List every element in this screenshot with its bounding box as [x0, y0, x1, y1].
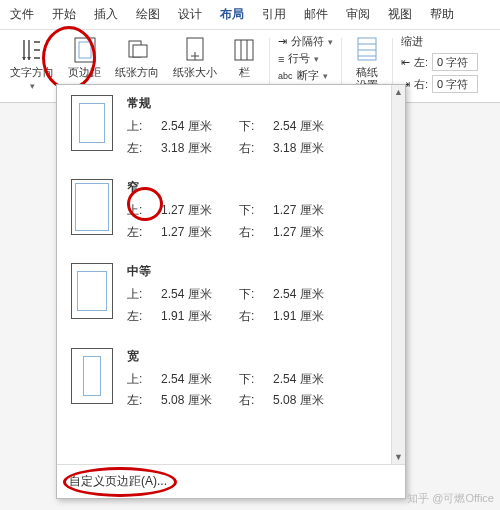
margin-preset-narrow[interactable]: 窄上:1.27 厘米下:1.27 厘米左:1.27 厘米右:1.27 厘米 [57, 169, 405, 253]
line-numbers-button[interactable]: ≡ 行号 ▾ [278, 51, 333, 66]
chevron-down-icon: ▾ [314, 54, 319, 64]
indent-title: 缩进 [401, 34, 478, 49]
menu-item-8[interactable]: 审阅 [342, 4, 374, 25]
preset-thumb-icon [71, 348, 113, 404]
svg-rect-3 [133, 45, 147, 57]
menu-item-6[interactable]: 引用 [258, 4, 290, 25]
indent-right-row[interactable]: ⇥ 右: 0 字符 [401, 75, 478, 93]
preset-thumb-icon [71, 95, 113, 151]
menu-item-10[interactable]: 帮助 [426, 4, 458, 25]
menu-item-3[interactable]: 绘图 [132, 4, 164, 25]
indent-left-prefix: 左: [414, 55, 428, 70]
margins-icon [72, 36, 98, 64]
menu-item-5[interactable]: 布局 [216, 4, 248, 25]
menu-item-7[interactable]: 邮件 [300, 4, 332, 25]
chevron-down-icon: ▾ [30, 81, 35, 91]
separator [269, 38, 270, 90]
manuscript-icon [354, 36, 380, 64]
indent-right-prefix: 右: [414, 77, 428, 92]
size-label: 纸张大小 [173, 66, 217, 79]
size-icon [182, 36, 208, 64]
preset-thumb-icon [71, 263, 113, 319]
menu-item-9[interactable]: 视图 [384, 4, 416, 25]
indent-left-icon: ⇤ [401, 56, 410, 69]
preset-name: 宽 [127, 348, 391, 365]
indent-right-value: 0 字符 [437, 77, 468, 92]
scroll-up-icon[interactable]: ▲ [392, 85, 405, 99]
preset-thumb-icon [71, 179, 113, 235]
indent-left-row[interactable]: ⇤ 左: 0 字符 [401, 53, 478, 71]
chevron-down-icon: ▾ [323, 71, 328, 81]
menu-item-1[interactable]: 开始 [48, 4, 80, 25]
indent-right-input[interactable]: 0 字符 [432, 75, 478, 93]
line-numbers-icon: ≡ [278, 53, 284, 65]
text-direction-label: 文字方向 [10, 66, 54, 79]
margin-preset-normal[interactable]: 常规上:2.54 厘米下:2.54 厘米左:3.18 厘米右:3.18 厘米 [57, 85, 405, 169]
chevron-down-icon: ▾ [328, 37, 333, 47]
separator [341, 38, 342, 90]
indent-left-value: 0 字符 [437, 55, 468, 70]
menu-item-0[interactable]: 文件 [6, 4, 38, 25]
scrollbar[interactable]: ▲ ▼ [391, 85, 405, 464]
line-numbers-label: 行号 [288, 51, 310, 66]
text-direction-button[interactable]: 文字方向 ▾ [6, 34, 58, 94]
hyphenation-icon: abc [278, 71, 293, 81]
custom-margins-label: 自定义页边距(A)... [69, 474, 167, 488]
svg-rect-8 [358, 38, 376, 60]
breaks-button[interactable]: ⇥ 分隔符 ▾ [278, 34, 333, 49]
preset-data: 宽上:2.54 厘米下:2.54 厘米左:5.08 厘米右:5.08 厘米 [127, 348, 391, 412]
margins-dropdown: ▲ ▼ 常规上:2.54 厘米下:2.54 厘米左:3.18 厘米右:3.18 … [56, 84, 406, 499]
svg-rect-5 [235, 40, 253, 60]
indent-group: 缩进 ⇤ 左: 0 字符 ⇥ 右: 0 字符 [401, 34, 478, 94]
watermark: 知乎 @可燃Office [407, 491, 494, 506]
breaks-icon: ⇥ [278, 35, 287, 48]
menu-item-2[interactable]: 插入 [90, 4, 122, 25]
scroll-down-icon[interactable]: ▼ [392, 450, 405, 464]
custom-margins-button[interactable]: 自定义页边距(A)... [57, 464, 405, 498]
columns-icon [231, 36, 257, 64]
preset-name: 中等 [127, 263, 391, 280]
margin-preset-wide[interactable]: 宽上:2.54 厘米下:2.54 厘米左:5.08 厘米右:5.08 厘米 [57, 338, 405, 422]
dropdown-body: ▲ ▼ 常规上:2.54 厘米下:2.54 厘米左:3.18 厘米右:3.18 … [57, 85, 405, 464]
orientation-label: 纸张方向 [115, 66, 159, 79]
menu-item-4[interactable]: 设计 [174, 4, 206, 25]
preset-data: 常规上:2.54 厘米下:2.54 厘米左:3.18 厘米右:3.18 厘米 [127, 95, 391, 159]
menubar: 文件开始插入绘图设计布局引用邮件审阅视图帮助 [0, 0, 500, 30]
preset-name: 常规 [127, 95, 391, 112]
hyphenation-label: 断字 [297, 68, 319, 83]
breaks-label: 分隔符 [291, 34, 324, 49]
separator [392, 38, 393, 90]
preset-name: 窄 [127, 179, 391, 196]
margins-label: 页边距 [68, 66, 101, 79]
hyphenation-button[interactable]: abc 断字 ▾ [278, 68, 333, 83]
columns-label: 栏 [239, 66, 250, 79]
text-direction-icon [19, 36, 45, 64]
preset-data: 中等上:2.54 厘米下:2.54 厘米左:1.91 厘米右:1.91 厘米 [127, 263, 391, 327]
indent-left-input[interactable]: 0 字符 [432, 53, 478, 71]
margin-preset-moderate[interactable]: 中等上:2.54 厘米下:2.54 厘米左:1.91 厘米右:1.91 厘米 [57, 253, 405, 337]
preset-data: 窄上:1.27 厘米下:1.27 厘米左:1.27 厘米右:1.27 厘米 [127, 179, 391, 243]
orientation-icon [124, 36, 150, 64]
